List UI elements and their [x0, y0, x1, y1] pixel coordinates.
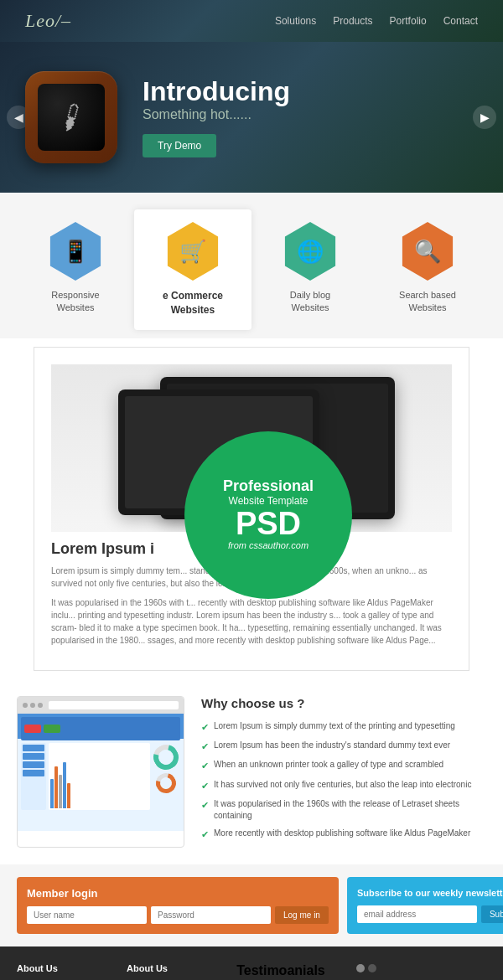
password-input[interactable] — [151, 906, 271, 924]
content-para2: It was popularised in the 1960s with t..… — [51, 596, 452, 647]
ecommerce-label: e CommerceWebsites — [163, 289, 223, 317]
ss-inner-header — [21, 717, 180, 740]
logo: Leo/– — [25, 10, 71, 32]
check-icon-1: ✔ — [201, 721, 209, 734]
footer-col2: About Us About us Why us Customer Storie… — [127, 963, 220, 980]
dot2[interactable] — [368, 964, 376, 972]
ss-dot1 — [23, 703, 28, 708]
login-newsletter-section: Member login Log me in Subscribe to our … — [0, 864, 503, 946]
why-screenshot — [17, 696, 184, 848]
ss-btn-green — [44, 725, 60, 733]
why-item-5: ✔ It was popularised in the 1960s with t… — [201, 798, 486, 822]
service-ecommerce[interactable]: 🛒 e CommerceWebsites — [134, 209, 252, 330]
service-responsive[interactable]: 📱 ResponsiveWebsites — [17, 209, 134, 330]
hero-icon-inner: 🖌 — [38, 84, 105, 151]
search-icon: 🔍 — [398, 222, 457, 281]
footer-testimonial: Testimoanials Lorem ipsum is simply dumm… — [236, 963, 376, 980]
ss-url-bar — [49, 701, 179, 709]
footer-logo-area: Leo/– © cssauthor.com — [393, 963, 486, 980]
hero-subtitle: Something hot...... — [143, 107, 478, 122]
ss-chart — [49, 743, 150, 810]
check-icon-6: ✔ — [201, 828, 209, 841]
ss-sidebar-item4 — [23, 770, 44, 776]
ss-sidebar — [21, 743, 46, 810]
dot1[interactable] — [356, 964, 365, 972]
hero-section: ◀ 🖌 Introducing Something hot...... Try … — [0, 42, 503, 193]
why-item-3: ✔ When an unknown printer took a galley … — [201, 759, 486, 772]
why-text-2: Lorem Ipsum has been the industry's stan… — [214, 740, 450, 751]
why-section: Why choose us ? ✔ Lorem Ipsum is simply … — [0, 679, 503, 864]
nav-contact[interactable]: Contact — [443, 15, 478, 27]
content-wrapper: Professional Website Template PSD from c… — [0, 338, 503, 679]
ss-dot3 — [38, 703, 43, 708]
ss-dot2 — [30, 703, 35, 708]
footer-col1-title: About Us — [17, 963, 110, 973]
why-title: Why choose us ? — [201, 696, 486, 710]
brush-icon: 🖌 — [54, 99, 90, 136]
responsive-label: ResponsiveWebsites — [51, 289, 99, 315]
login-button[interactable]: Log me in — [275, 906, 329, 924]
responsive-icon: 📱 — [46, 222, 105, 281]
nav-portfolio[interactable]: Portfolio — [390, 15, 427, 27]
username-input[interactable] — [27, 906, 147, 924]
psd-from: from cssauthor.com — [228, 539, 309, 551]
ss-donut1 — [149, 740, 184, 774]
login-box: Member login Log me in — [17, 877, 339, 934]
hero-next-arrow[interactable]: ▶ — [473, 106, 496, 129]
ss-btn-red — [24, 725, 41, 733]
header: Leo/– Solutions Products Portfolio Conta… — [0, 0, 503, 42]
email-input[interactable] — [357, 905, 477, 923]
footer-col2-title: About Us — [127, 963, 220, 973]
why-text-1: Lorem Ipsum is simply dummy text of the … — [214, 720, 455, 732]
nav-solutions[interactable]: Solutions — [275, 15, 316, 27]
ss-content-row — [21, 743, 180, 810]
nav: Solutions Products Portfolio Contact — [275, 15, 478, 27]
psd-overlay: Professional Website Template PSD from c… — [184, 431, 352, 599]
footer: About Us About us Why us Customer Storie… — [0, 946, 503, 980]
ss-donut2 — [153, 769, 180, 797]
footer-col1: About Us About us Why us Customer Storie… — [17, 963, 110, 980]
psd-label: PSD — [236, 508, 301, 539]
hero: ◀ 🖌 Introducing Something hot...... Try … — [0, 42, 503, 193]
why-text-5: It was popularised in the 1960s with the… — [214, 798, 486, 822]
nav-products[interactable]: Products — [333, 15, 372, 27]
service-blog[interactable]: 🌐 Daily blogWebsites — [252, 209, 369, 330]
newsletter-fields: Subscribe — [357, 905, 503, 923]
testimonial-dots — [356, 964, 376, 972]
why-text-3: When an unknown printer took a galley of… — [214, 759, 443, 771]
testimonial-title: Testimoanials — [236, 963, 325, 978]
ss-bar4 — [63, 762, 66, 808]
testimonial-header: Testimoanials — [236, 963, 376, 978]
psd-professional: Professional — [223, 478, 314, 495]
search-label: Search basedWebsites — [399, 289, 456, 315]
ss-donut-area — [152, 743, 180, 810]
check-icon-4: ✔ — [201, 780, 209, 792]
try-demo-button[interactable]: Try Demo — [143, 134, 216, 157]
check-icon-2: ✔ — [201, 740, 209, 753]
newsletter-title: Subscribe to our weekly newsletter — [357, 887, 503, 899]
why-item-4: ✔ It has survived not only five centurie… — [201, 779, 486, 792]
services-tabs: 📱 ResponsiveWebsites 🛒 e CommerceWebsite… — [0, 193, 503, 338]
ss-bar2 — [54, 766, 58, 808]
check-icon-3: ✔ — [201, 760, 209, 772]
subscribe-button[interactable]: Subscribe — [481, 905, 503, 923]
check-icon-5: ✔ — [201, 799, 209, 812]
why-text-4: It has survived not only five centuries,… — [214, 779, 471, 791]
ss-bar5 — [67, 783, 70, 808]
ss-browser-bar — [18, 697, 184, 714]
content-area: Professional Website Template PSD from c… — [34, 347, 469, 671]
ss-sidebar-item3 — [23, 761, 44, 768]
hero-title: Introducing — [143, 77, 478, 106]
blog-label: Daily blogWebsites — [290, 289, 330, 315]
why-text: Why choose us ? ✔ Lorem Ipsum is simply … — [201, 696, 486, 848]
ss-sidebar-item1 — [23, 745, 44, 751]
why-text-6: More recently with desktop publishing so… — [214, 828, 470, 839]
newsletter-box: Subscribe to our weekly newsletter Subsc… — [347, 877, 503, 934]
ss-bar1 — [50, 779, 54, 808]
service-search[interactable]: 🔍 Search basedWebsites — [369, 209, 486, 330]
login-title: Member login — [27, 887, 329, 900]
ss-main-content — [49, 743, 180, 810]
hero-icon: 🖌 — [25, 71, 117, 163]
ss-sidebar-item2 — [23, 753, 44, 760]
blog-icon: 🌐 — [281, 222, 340, 281]
